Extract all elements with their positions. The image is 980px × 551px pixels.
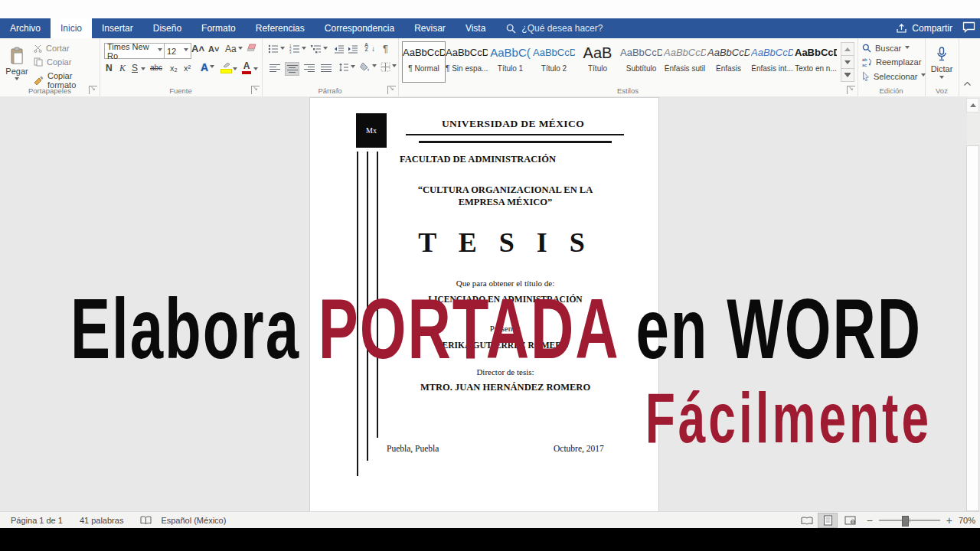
word-count[interactable]: 41 palabras <box>80 516 124 525</box>
share-icon <box>896 23 907 34</box>
copy-button[interactable]: Copiar <box>34 57 71 67</box>
superscript-button[interactable]: x² <box>184 64 191 73</box>
highlight-button[interactable] <box>220 62 232 73</box>
style-enfasis-sutil[interactable]: AaBbCcDtÉnfasis sutil <box>664 42 706 80</box>
sort-arrow-icon: ↓ <box>371 44 375 53</box>
tab-referencias[interactable]: Referencias <box>246 18 315 38</box>
tab-vista[interactable]: Vista <box>456 18 495 38</box>
paste-button[interactable]: Pegar <box>4 41 30 87</box>
style-titulo-2[interactable]: AaBbCcDTítulo 2 <box>533 42 575 80</box>
numbering-button[interactable]: 123 <box>289 44 306 54</box>
zoom-slider-track[interactable] <box>879 520 940 521</box>
dictate-button[interactable]: Dictar <box>928 41 956 86</box>
comments-icon[interactable] <box>962 21 975 33</box>
tab-inicio[interactable]: Inicio <box>51 18 92 38</box>
tab-diseno[interactable]: Diseño <box>143 18 191 38</box>
zoom-percentage[interactable]: 70% <box>959 516 975 525</box>
bold-button[interactable]: N <box>106 63 113 73</box>
group-parrafo: 123 A Z ↓ ¶ <box>262 38 399 96</box>
view-print-layout-button[interactable] <box>818 513 838 528</box>
styles-scroll-up-button[interactable] <box>841 42 854 56</box>
multilevel-list-button[interactable] <box>311 44 328 54</box>
vertical-scrollbar[interactable] <box>967 96 980 511</box>
scroll-up-button[interactable] <box>966 98 979 112</box>
change-case-button[interactable]: Aa <box>225 44 243 54</box>
clear-format-button[interactable] <box>247 43 257 52</box>
style-titulo[interactable]: AaBTítulo <box>577 42 619 80</box>
italic-icon: K <box>119 63 126 74</box>
replace-label: Reemplazar <box>876 57 921 67</box>
ribbon: Pegar Cortar Copiar Copiar formato <box>0 38 980 97</box>
overlay-text-black: en WORD <box>618 281 922 377</box>
style-name: Énfasis int... <box>751 64 793 73</box>
language-selector[interactable]: Español (México) <box>161 516 226 525</box>
borders-button[interactable] <box>381 62 397 72</box>
style-titulo-1[interactable]: AaBbC(Título 1 <box>489 42 531 80</box>
tesis-heading: T E S I S <box>383 227 628 259</box>
font-color-button[interactable]: A <box>242 60 251 74</box>
up-arrow-icon <box>970 100 976 107</box>
dropdown-arrow-icon <box>238 47 243 52</box>
pilcrow-icon: ¶ <box>383 43 388 54</box>
collapse-ribbon-button[interactable] <box>963 81 972 86</box>
grow-font-button[interactable]: A˄ <box>191 43 204 54</box>
underline-button[interactable]: S <box>132 63 138 73</box>
share-button[interactable]: Compartir <box>896 18 952 38</box>
group-label-portapapeles: Portapapeles <box>0 86 100 95</box>
styles-scroll-down-button[interactable] <box>841 55 854 69</box>
justify-button[interactable] <box>319 62 332 74</box>
select-button[interactable]: Seleccionar <box>862 71 926 81</box>
bullets-button[interactable] <box>268 44 285 54</box>
font-size-combo[interactable]: 12 <box>164 43 191 59</box>
tab-revisar[interactable]: Revisar <box>404 18 456 38</box>
page-count[interactable]: Página 1 de 1 <box>11 516 63 525</box>
style-texto-negrita[interactable]: AaBbCcDcTexto en n... <box>795 42 837 80</box>
style-sin-espaciado[interactable]: AaBbCcDc¶ Sin espa... <box>446 42 488 80</box>
replace-button[interactable]: abac Reemplazar <box>862 57 921 67</box>
dialog-launcher-icon[interactable] <box>251 86 260 94</box>
underline-dropdown-icon[interactable] <box>141 67 145 73</box>
align-left-button[interactable] <box>268 62 281 74</box>
style-enfasis[interactable]: AaBbCcDtÉnfasis <box>707 42 750 80</box>
dropdown-arrow-icon <box>323 47 328 52</box>
line-spacing-button[interactable] <box>338 63 355 72</box>
view-web-layout-button[interactable] <box>841 514 859 527</box>
sort-button[interactable]: A Z <box>364 43 368 52</box>
align-right-button[interactable] <box>302 62 315 74</box>
zoom-in-button[interactable]: + <box>946 514 952 527</box>
style-enfasis-intenso[interactable]: AaBbCcDtÉnfasis int... <box>751 42 793 80</box>
overlay-text-black: Elabora <box>70 281 318 377</box>
align-center-button[interactable] <box>285 62 299 76</box>
subscript-button[interactable]: x₂ <box>170 64 178 73</box>
tab-formato[interactable]: Formato <box>191 18 246 38</box>
styles-more-button[interactable] <box>841 68 854 82</box>
style-normal[interactable]: AaBbCcDc¶ Normal <box>402 41 446 83</box>
text-effects-button[interactable]: A <box>201 61 214 73</box>
strikethrough-button[interactable]: abc <box>150 64 162 72</box>
find-button[interactable]: Buscar <box>862 44 910 53</box>
dialog-launcher-icon[interactable] <box>847 86 855 94</box>
italic-button[interactable]: K <box>119 63 126 74</box>
font-color-dropdown-icon[interactable] <box>253 67 258 73</box>
shrink-font-button[interactable]: A˅ <box>208 44 219 54</box>
show-formatting-button[interactable]: ¶ <box>383 43 388 54</box>
view-read-mode-button[interactable] <box>798 514 816 527</box>
style-subtitulo[interactable]: AaBbCcDSubtítulo <box>620 42 662 80</box>
zoom-slider-thumb[interactable] <box>902 516 909 527</box>
proofing-icon[interactable] <box>140 516 152 525</box>
tab-insertar[interactable]: Insertar <box>92 18 143 38</box>
shading-button[interactable] <box>360 62 377 72</box>
tab-archivo[interactable]: Archivo <box>0 18 51 38</box>
dialog-launcher-icon[interactable] <box>387 86 396 94</box>
font-family-combo[interactable]: Times New Ro <box>104 43 165 59</box>
scrollbar-thumb[interactable] <box>966 145 979 511</box>
increase-indent-button[interactable] <box>348 44 358 54</box>
highlight-dropdown-icon[interactable] <box>233 67 237 73</box>
tab-correspondencia[interactable]: Correspondencia <box>315 18 404 38</box>
decrease-indent-button[interactable] <box>334 44 345 54</box>
tell-me-search[interactable]: ¿Qué desea hacer? <box>506 18 603 38</box>
dialog-launcher-icon[interactable] <box>89 86 97 94</box>
cut-button[interactable]: Cortar <box>34 44 70 53</box>
svg-text:3: 3 <box>289 51 292 54</box>
zoom-out-button[interactable]: − <box>867 514 873 527</box>
